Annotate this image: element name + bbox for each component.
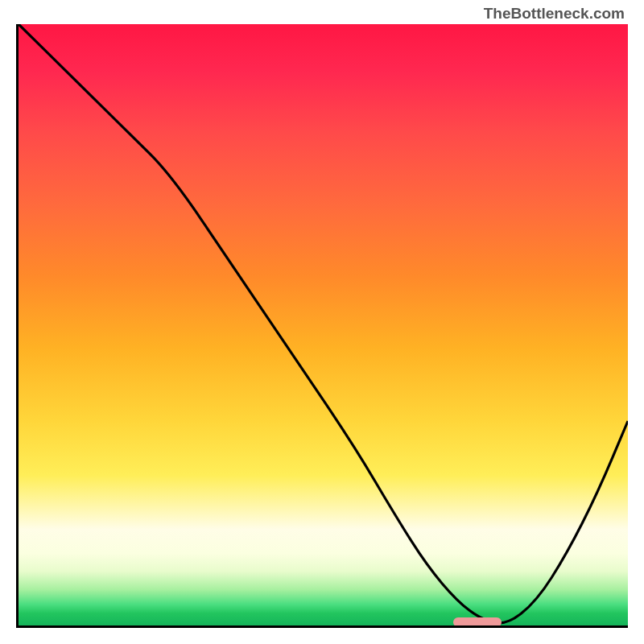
curve-svg <box>19 24 628 625</box>
plot-area <box>16 24 628 628</box>
watermark-text: TheBottleneck.com <box>484 5 625 23</box>
bottleneck-chart: TheBottleneck.com <box>0 0 644 644</box>
bottleneck-curve <box>19 24 628 623</box>
optimal-marker <box>453 617 502 627</box>
